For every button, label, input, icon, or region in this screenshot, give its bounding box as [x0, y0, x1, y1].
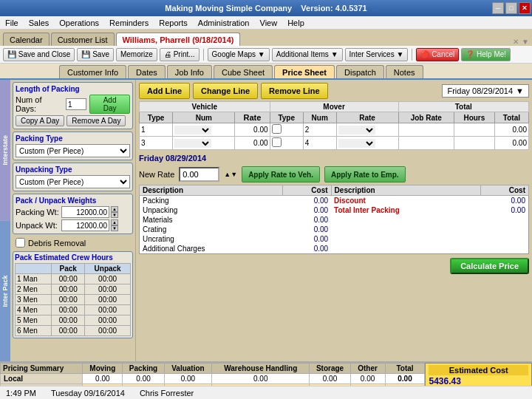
- cost-val2-4: [480, 225, 528, 234]
- tab-dispatch[interactable]: Dispatch: [336, 65, 384, 78]
- window-controls[interactable]: ─ □ ✕: [492, 2, 531, 14]
- num-of-days-label: Num of Days:: [16, 95, 63, 113]
- crew-row-3: 3 Men 00:00 00:00: [16, 295, 131, 305]
- tab-close-x[interactable]: ✕: [513, 38, 519, 46]
- debris-removal-checkbox[interactable]: [16, 238, 25, 248]
- ps-valuation-0: 0.00: [164, 374, 211, 384]
- cost-desc2-3: [331, 215, 480, 225]
- save-close-button[interactable]: 💾 💾 Save and CloseSave and Close: [3, 48, 75, 61]
- num-of-days-input[interactable]: [66, 98, 86, 110]
- unpacking-type-title: Unpacking Type: [16, 166, 130, 174]
- unpacking-type-select[interactable]: Custom (Per Piece): [16, 175, 130, 188]
- row1-mov-select[interactable]: [336, 123, 398, 137]
- additional-items-button[interactable]: Additional Items ▼: [272, 48, 343, 61]
- crew-unpack-2: 00:00: [85, 284, 131, 295]
- title-bar: Making Moving Simple Company Version: 4.…: [0, 0, 532, 16]
- cost-col-cost2: Cost: [480, 185, 528, 196]
- unpack-wt-spinner[interactable]: ▲ ▼: [111, 219, 118, 231]
- ps-total-0: 0.00: [385, 374, 425, 384]
- col-mov-rate: Rate: [336, 112, 398, 123]
- calculate-price-button[interactable]: Calculate Price: [450, 258, 529, 274]
- col-hours: Hours: [454, 112, 494, 123]
- spin-down2[interactable]: ▼: [111, 225, 118, 231]
- row2-mov-check[interactable]: [270, 137, 303, 150]
- spin-up[interactable]: ▲: [111, 206, 118, 212]
- date-dropdown-icon[interactable]: ▼: [516, 86, 524, 95]
- row2-mov-rate: [398, 137, 454, 150]
- spin-down[interactable]: ▼: [111, 212, 118, 218]
- remove-line-button[interactable]: Remove Line: [261, 83, 327, 99]
- minimize-button[interactable]: ─: [492, 2, 504, 14]
- estimated-cost-value: 5436.43: [429, 376, 460, 386]
- row2-veh-select[interactable]: [173, 137, 235, 150]
- col-veh-rate: Rate: [235, 112, 270, 123]
- packing-wt-spinner[interactable]: ▲ ▼: [111, 206, 118, 218]
- tab-cube-sheet[interactable]: Cube Sheet: [214, 65, 273, 78]
- cost-desc1-2: Unpacking: [140, 205, 283, 215]
- change-line-button[interactable]: Change Line: [193, 83, 258, 99]
- sep1: [203, 49, 204, 61]
- menu-reports[interactable]: Reports: [157, 18, 190, 27]
- save-button[interactable]: 💾 Save: [77, 48, 114, 61]
- right-panel: Add Line Change Line Remove Line Friday …: [136, 80, 532, 361]
- row1-mov-check[interactable]: [270, 123, 303, 137]
- friday-date-header: Friday 08/29/2014: [139, 154, 529, 163]
- ps-col-warehouse: Warehouse Handling: [212, 364, 310, 374]
- menu-sales[interactable]: Sales: [27, 18, 52, 27]
- packing-wt-input[interactable]: [61, 206, 109, 218]
- menu-view[interactable]: View: [258, 18, 280, 27]
- tab-price-sheet[interactable]: Price Sheet: [274, 65, 335, 78]
- cost-desc2-1: Discount: [331, 196, 480, 206]
- ps-warehouse-0: 0.00: [212, 374, 310, 384]
- tab-customer-active[interactable]: Williams, Pharrell (9/18/2014): [116, 33, 241, 46]
- row1-num2: 2: [303, 123, 336, 137]
- sep2: [412, 49, 412, 61]
- memorize-button[interactable]: Memorize: [116, 48, 157, 61]
- close-button[interactable]: ✕: [519, 2, 531, 14]
- print-button[interactable]: 🖨 Print...: [160, 48, 200, 61]
- length-of-packing-title: Length of Packing: [16, 85, 130, 93]
- cost-col-cost1: Cost: [283, 185, 331, 196]
- menu-operations[interactable]: Operations: [57, 18, 101, 27]
- content-area: Interstate Inter Pack Length of Packing …: [0, 80, 532, 361]
- help-button[interactable]: ❓ Help Me!: [461, 48, 511, 61]
- ps-col-moving: Moving: [83, 364, 123, 374]
- menu-file[interactable]: File: [3, 18, 21, 27]
- tab-job-info[interactable]: Job Info: [167, 65, 212, 78]
- maximize-button[interactable]: □: [505, 2, 517, 14]
- apply-rate-veh-button[interactable]: Apply Rate to Veh.: [242, 166, 320, 183]
- add-line-button[interactable]: Add Line: [139, 83, 190, 99]
- tab-calendar[interactable]: Calendar: [3, 33, 50, 46]
- google-maps-button[interactable]: Google Maps ▼: [208, 48, 270, 61]
- menu-help[interactable]: Help: [285, 18, 307, 27]
- toolbar: 💾 💾 Save and CloseSave and Close 💾 Save …: [0, 46, 532, 64]
- copy-day-button[interactable]: Copy A Day: [16, 115, 64, 126]
- add-day-button[interactable]: Add Day: [89, 95, 130, 114]
- rate-spinner[interactable]: ▲▼: [224, 171, 237, 178]
- row2-mov-select[interactable]: [336, 137, 398, 150]
- row1-veh-select[interactable]: [173, 123, 235, 137]
- tab-arrow[interactable]: ▼: [522, 38, 529, 46]
- tab-customer-list[interactable]: Customer List: [51, 33, 115, 46]
- unpack-wt-input[interactable]: [61, 219, 109, 231]
- cost-row-1: Packing 0.00 Discount 0.00: [140, 196, 529, 206]
- spin-up2[interactable]: ▲: [111, 219, 118, 225]
- packing-type-select[interactable]: Custom (Per Piece): [16, 144, 130, 157]
- packing-type-title: Packing Type: [16, 134, 130, 143]
- crew-unpack-5: 00:00: [85, 316, 131, 326]
- tab-customer-info[interactable]: Customer Info: [59, 65, 126, 78]
- menu-reminders[interactable]: Reminders: [107, 18, 151, 27]
- tab-notes[interactable]: Notes: [386, 65, 423, 78]
- new-rate-input[interactable]: [179, 167, 219, 182]
- cost-col-desc2: Description: [331, 185, 480, 196]
- top-tab-bar: Calendar Customer List Williams, Pharrel…: [0, 30, 532, 46]
- cancel-button[interactable]: 🔴 Cancel: [416, 48, 459, 61]
- packing-wt-label: Packing Wt:: [16, 208, 60, 216]
- tab-dates[interactable]: Dates: [128, 65, 166, 78]
- remove-day-button[interactable]: Remove A Day: [66, 115, 126, 126]
- total-header: Total: [398, 102, 528, 112]
- inter-services-button[interactable]: Inter Services ▼: [345, 48, 409, 61]
- unpack-wt-label: Unpack Wt:: [16, 221, 60, 230]
- apply-rate-emp-button[interactable]: Apply Rate to Emp.: [324, 166, 406, 183]
- menu-administration[interactable]: Administration: [196, 18, 252, 27]
